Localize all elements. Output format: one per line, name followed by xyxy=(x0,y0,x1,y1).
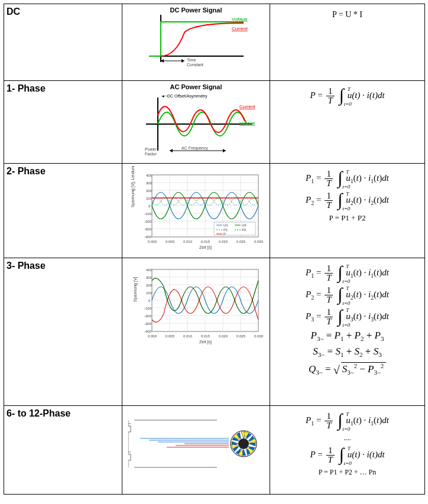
svg-rect-57 xyxy=(214,222,255,235)
svg-text:300: 300 xyxy=(146,181,153,185)
svg-text:0.025: 0.025 xyxy=(236,334,246,338)
svg-text:400: 400 xyxy=(146,268,153,272)
row-label-2phase: 2- Phase xyxy=(4,164,122,258)
svg-text:-300: -300 xyxy=(144,322,152,326)
row-label-6phase: 6- to 12-Phase xyxy=(4,406,122,495)
row-label-dc: DC xyxy=(4,4,122,81)
svg-text:P: P xyxy=(223,232,226,236)
svg-text:Constant: Constant xyxy=(187,63,203,67)
svg-text:U1: U1 xyxy=(223,223,228,227)
svg-text:DC Offset/Asymmetry: DC Offset/Asymmetry xyxy=(167,94,207,99)
svg-text:0.010: 0.010 xyxy=(183,334,193,338)
svg-text:200: 200 xyxy=(146,189,153,193)
svg-text:Zeit [s]: Zeit [s] xyxy=(199,245,212,250)
svg-text:300: 300 xyxy=(146,276,153,279)
svg-text:0.020: 0.020 xyxy=(219,240,228,243)
svg-text:100: 100 xyxy=(146,291,153,295)
svg-text:AC Frequency: AC Frequency xyxy=(181,146,208,151)
svg-text:400: 400 xyxy=(146,174,153,177)
chart-2phase: 4003002001000-100-200-300-400 0.0000.005… xyxy=(122,164,270,258)
svg-text:0.030: 0.030 xyxy=(254,240,264,243)
svg-text:-200: -200 xyxy=(144,314,152,318)
svg-marker-19 xyxy=(223,149,226,152)
svg-text:0.000: 0.000 xyxy=(148,240,157,243)
svg-text:Current: Current xyxy=(239,104,255,109)
chart-1phase: AC Power Signal ◄─ DC Offset/Asymmetry C… xyxy=(122,81,270,164)
svg-text:Zeit [s]: Zeit [s] xyxy=(199,340,212,344)
svg-text:Factor: Factor xyxy=(145,152,157,156)
svg-rect-107 xyxy=(128,454,131,460)
svg-text:P2: P2 xyxy=(242,228,247,232)
svg-text:0.020: 0.020 xyxy=(219,334,228,338)
formula-3phase: P1 = 1T T∫t=0 u1(t) · i1(t)dt P2 = 1T T∫… xyxy=(270,258,425,406)
svg-text:0.025: 0.025 xyxy=(236,240,246,243)
chart-dc: DC Power Signal Voltage Current Time Con… xyxy=(122,4,270,81)
svg-text:-200: -200 xyxy=(144,220,152,223)
svg-text:0.015: 0.015 xyxy=(201,240,210,243)
svg-text:-400: -400 xyxy=(144,235,152,239)
chart-title: DC Power Signal xyxy=(125,6,267,14)
svg-text:P1: P1 xyxy=(223,228,228,232)
chart-3phase: 4003002001000-100-200-300-400 0.0000.005… xyxy=(122,258,270,406)
svg-rect-106 xyxy=(128,426,131,432)
formula-2phase: P1 = 1T T∫t=0 u1(t) · i1(t)dt P2 = 1T T∫… xyxy=(270,164,425,258)
svg-marker-18 xyxy=(170,149,173,152)
formula-1phase: P = 1T T∫t=0 u(t) · i(t)dt xyxy=(270,81,425,164)
svg-text:0.005: 0.005 xyxy=(166,240,175,243)
svg-text:Power: Power xyxy=(145,147,157,151)
svg-text:0: 0 xyxy=(148,299,151,303)
svg-text:U2: U2 xyxy=(242,223,247,227)
svg-text:0.015: 0.015 xyxy=(201,334,210,338)
power-formula-table: DC DC Power Signal Voltage Current Time … xyxy=(4,4,425,495)
formula-dc: P = U * I xyxy=(270,4,425,81)
svg-text:Current: Current xyxy=(232,26,248,31)
svg-text:Voltage: Voltage xyxy=(239,121,255,126)
chart-title: AC Power Signal xyxy=(125,83,267,90)
svg-text:0.005: 0.005 xyxy=(166,334,175,338)
schematic-6phase xyxy=(122,406,270,495)
svg-text:0.000: 0.000 xyxy=(148,334,157,338)
svg-text:0.030: 0.030 xyxy=(254,334,264,338)
svg-text:Voltage: Voltage xyxy=(232,17,248,22)
svg-marker-6 xyxy=(181,59,184,63)
row-label-1phase: 1- Phase xyxy=(4,81,122,164)
svg-text:Spannung [V], Leistung [kW]: Spannung [V], Leistung [kW] xyxy=(131,166,135,207)
svg-text:Spannung [V]: Spannung [V] xyxy=(133,277,138,302)
svg-text:-100: -100 xyxy=(144,307,152,310)
svg-text:-100: -100 xyxy=(144,212,152,216)
row-label-3phase: 3- Phase xyxy=(4,258,122,406)
formula-6phase: P1 = 1T T∫t=0 u1(t) · i1(t)dt .... P = 1… xyxy=(270,406,425,495)
svg-text:Time: Time xyxy=(187,58,196,62)
svg-text:100: 100 xyxy=(146,197,153,200)
svg-text:200: 200 xyxy=(146,284,153,287)
svg-text:0.010: 0.010 xyxy=(183,240,193,243)
svg-text:-400: -400 xyxy=(144,330,152,333)
svg-text:0: 0 xyxy=(148,204,151,208)
svg-text:-300: -300 xyxy=(144,227,152,231)
